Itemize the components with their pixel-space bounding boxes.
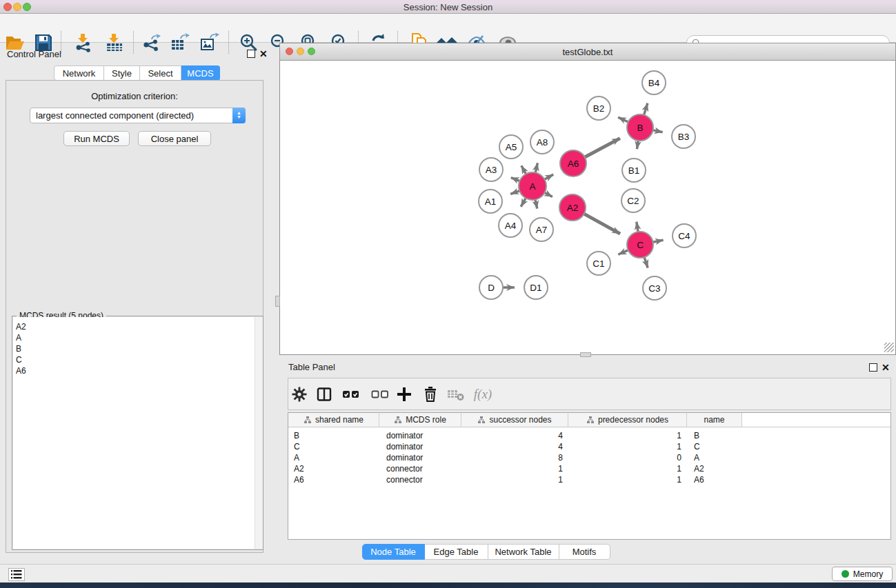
column-header-name[interactable]: name	[687, 413, 742, 427]
run-mcds-button[interactable]: Run MCDS	[63, 131, 130, 146]
graph-node-A7[interactable]: A7	[530, 218, 553, 241]
delete-columns-icon[interactable]	[419, 383, 442, 406]
svg-text:C: C	[637, 240, 644, 250]
graph-node-C4[interactable]: C4	[673, 224, 696, 247]
column-header-shared-name[interactable]: shared name	[288, 413, 379, 427]
column-header-mcds-role[interactable]: MCDS role	[379, 413, 461, 427]
graph-edge-A-A3[interactable]	[511, 178, 520, 181]
memory-button[interactable]: Memory	[832, 567, 893, 581]
close-panel-icon[interactable]: ✕	[259, 50, 268, 58]
header-filler	[742, 413, 890, 427]
graph-node-A8[interactable]: A8	[530, 130, 554, 154]
table-row[interactable]: A6connector11A6	[288, 474, 890, 485]
close-panel-button[interactable]: Close panel	[138, 131, 211, 146]
graph-node-C3[interactable]: C3	[643, 276, 666, 300]
graph-node-C[interactable]: C	[627, 232, 653, 258]
graph-edge-C-C3[interactable]	[644, 257, 648, 268]
deselect-all-icon[interactable]	[368, 383, 392, 406]
graph-node-B1[interactable]: B1	[622, 159, 646, 182]
list-item[interactable]: A6	[13, 365, 255, 376]
table-row[interactable]: Adominator80A	[288, 452, 890, 463]
tab-motifs[interactable]: Motifs	[559, 544, 610, 560]
graph-node-A4[interactable]: A4	[499, 214, 522, 237]
graph-edge-A-A7[interactable]	[535, 200, 537, 209]
show-columns-icon[interactable]	[312, 383, 336, 406]
svg-text:D: D	[488, 283, 495, 293]
control-panel-tabs: Network Style Select MCDS	[54, 65, 220, 81]
tab-network-table[interactable]: Network Table	[488, 544, 559, 560]
splitter-grip[interactable]	[275, 296, 280, 307]
tab-edge-table[interactable]: Edge Table	[425, 544, 488, 560]
list-item[interactable]: B	[13, 343, 255, 354]
task-list-icon	[11, 570, 22, 579]
table-tabs: Node Table Edge Table Network Table Moti…	[0, 544, 896, 560]
table-options-icon[interactable]	[288, 383, 311, 406]
tab-style[interactable]: Style	[104, 65, 140, 81]
graph-node-A3[interactable]: A3	[479, 158, 503, 181]
import-table-icon[interactable]	[103, 31, 126, 54]
tab-select[interactable]: Select	[140, 65, 181, 81]
graph-edge-C-C4[interactable]	[653, 240, 664, 242]
mcds-result-scrollbar[interactable]	[255, 317, 263, 549]
hierarchy-icon	[394, 416, 402, 424]
column-header-predecessor-nodes[interactable]: predecessor nodes	[568, 413, 687, 427]
graph-edge-C-C2[interactable]	[637, 222, 638, 232]
list-item[interactable]: A2	[13, 321, 255, 332]
graph-edge-A-A4[interactable]	[521, 198, 526, 207]
graph-edge-A-A8[interactable]	[535, 163, 537, 172]
export-table-icon[interactable]	[168, 31, 192, 54]
svg-text:A5: A5	[506, 142, 517, 152]
graph-edge-A-A6[interactable]	[544, 174, 553, 179]
table-row[interactable]: A2connector11A2	[288, 463, 890, 474]
graph-edge-C-C1[interactable]	[618, 250, 628, 254]
graph-edge-A6-B[interactable]	[585, 139, 620, 157]
export-network-icon[interactable]	[139, 31, 163, 54]
list-item[interactable]: A	[13, 332, 255, 343]
tab-node-table[interactable]: Node Table	[362, 544, 425, 560]
optimization-criterion-select[interactable]: largest connected component (directed) ▲…	[30, 108, 246, 123]
float-panel-icon[interactable]	[869, 363, 877, 372]
task-history-button[interactable]	[8, 568, 25, 581]
graph-edge-A-A1[interactable]	[510, 191, 519, 194]
graph-node-D[interactable]: D	[479, 276, 503, 299]
column-header-successor-nodes[interactable]: successor nodes	[461, 413, 568, 427]
splitter-grip[interactable]	[580, 352, 591, 357]
graph-node-C1[interactable]: C1	[587, 252, 610, 275]
table-cell-successor_nodes: 1	[461, 475, 568, 485]
table-cell-name: A2	[687, 464, 742, 474]
graph-edge-B-B3[interactable]	[653, 130, 663, 132]
graph-node-A[interactable]: A	[519, 172, 546, 200]
import-network-icon[interactable]	[72, 31, 95, 54]
graph-node-A1[interactable]: A1	[479, 190, 502, 213]
table-cell-successor_nodes: 1	[461, 464, 568, 474]
graph-node-B3[interactable]: B3	[672, 125, 695, 148]
table-row[interactable]: Cdominator41C	[288, 441, 890, 452]
graph-node-B2[interactable]: B2	[587, 97, 610, 120]
graph-edge-A-A5[interactable]	[521, 165, 526, 174]
graph-node-D1[interactable]: D1	[524, 276, 548, 299]
tab-mcds[interactable]: MCDS	[181, 65, 220, 81]
graph-node-A6[interactable]: A6	[560, 150, 586, 176]
select-all-icon[interactable]	[339, 383, 363, 406]
network-canvas[interactable]: B4B2BB3A8A5A6A3B1AA1C2A2A4A7C4CC1DD1C3	[279, 61, 896, 355]
graph-edge-B-B4[interactable]	[644, 103, 648, 115]
add-column-icon[interactable]	[392, 383, 416, 406]
float-panel-icon[interactable]	[247, 50, 255, 58]
graph-node-B[interactable]: B	[627, 114, 653, 141]
graph-edge-B-B2[interactable]	[618, 117, 628, 122]
graph-edge-A-A2[interactable]	[545, 192, 552, 196]
export-image-icon[interactable]	[198, 31, 221, 54]
graph-edge-B-B1[interactable]	[637, 141, 638, 150]
network-window-title: testGlobe.txt	[279, 47, 896, 57]
close-panel-icon[interactable]: ✕	[882, 363, 890, 372]
resize-grip-icon[interactable]	[884, 343, 894, 352]
table-cell-shared_name: A6	[288, 475, 379, 485]
graph-node-A2[interactable]: A2	[559, 194, 586, 221]
list-item[interactable]: C	[13, 354, 255, 365]
table-row[interactable]: Bdominator41B	[288, 430, 890, 441]
tab-network[interactable]: Network	[54, 65, 104, 81]
graph-edge-A2-C[interactable]	[584, 214, 620, 234]
graph-node-C2[interactable]: C2	[621, 189, 645, 212]
graph-node-B4[interactable]: B4	[642, 71, 666, 94]
graph-node-A5[interactable]: A5	[499, 135, 523, 159]
